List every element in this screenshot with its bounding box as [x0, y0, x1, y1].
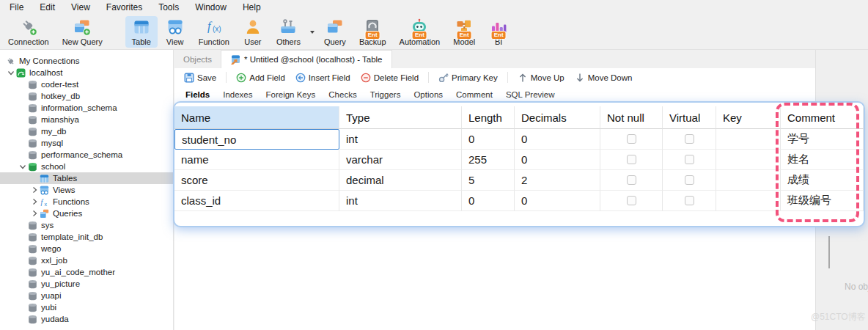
cell-virtual[interactable] [663, 150, 716, 170]
toolbar-button-view[interactable]: View [159, 16, 191, 48]
cell-type[interactable]: varchar [339, 150, 462, 170]
tree-item-yu-picture[interactable]: yu_picture [0, 278, 173, 290]
tab-table-designer[interactable]: * Untitled @school (localhost) - Table [221, 50, 392, 68]
button-insert-field[interactable]: Insert Field [290, 70, 356, 85]
not_null-checkbox[interactable] [627, 155, 636, 164]
tree-item-my-connections[interactable]: My Connections [0, 55, 173, 67]
chevron-right-icon[interactable] [29, 197, 40, 206]
toolbar-button-query[interactable]: Query [318, 16, 352, 48]
toolbar-button-table[interactable]: Table [125, 16, 158, 48]
subtab-comment[interactable]: Comment [449, 89, 499, 100]
cell-key[interactable] [716, 129, 781, 150]
column-header-decimals[interactable]: Decimals [515, 106, 600, 129]
subtab-indexes[interactable]: Indexes [216, 89, 259, 100]
button-save[interactable]: Save [179, 70, 221, 85]
cell-decimals[interactable]: 2 [515, 170, 600, 191]
column-header-name[interactable]: Name [174, 106, 339, 129]
cell-name[interactable]: class_id [174, 191, 339, 211]
cell-decimals[interactable]: 0 [515, 150, 600, 170]
subtab-foreign-keys[interactable]: Foreign Keys [260, 89, 323, 100]
subtab-checks[interactable]: Checks [322, 89, 363, 100]
subtab-options[interactable]: Options [407, 89, 449, 100]
virtual-checkbox[interactable] [685, 196, 694, 205]
tree-item-performance-schema[interactable]: performance_schema [0, 149, 173, 161]
toolbar-button-function[interactable]: f(x)Function [193, 16, 235, 48]
button-move-down[interactable]: Move Down [570, 70, 638, 85]
chevron-right-icon[interactable] [29, 209, 40, 218]
cell-not_null[interactable] [600, 191, 663, 211]
cell-decimals[interactable]: 0 [515, 129, 600, 150]
chevron-down-icon[interactable] [18, 162, 28, 171]
tree-item-views[interactable]: Views [0, 184, 173, 196]
menu-item-tools[interactable]: Tools [150, 1, 187, 14]
chevron-down-icon[interactable] [6, 68, 16, 77]
button-move-up[interactable]: Move Up [512, 70, 570, 85]
subtab-sql-preview[interactable]: SQL Preview [499, 89, 562, 100]
cell-length[interactable]: 5 [462, 170, 515, 191]
toolbar-button-automation[interactable]: EntAutomation [394, 16, 446, 48]
tree-item-tables[interactable]: Tables [0, 172, 173, 184]
column-header-type[interactable]: Type [339, 106, 462, 129]
cell-comment[interactable]: 姓名 [781, 150, 864, 170]
not_null-checkbox[interactable] [627, 175, 636, 185]
cell-name[interactable]: student_no [174, 129, 339, 150]
tree-item-sys[interactable]: sys [0, 219, 173, 231]
cell-not_null[interactable] [600, 170, 663, 191]
virtual-checkbox[interactable] [685, 134, 694, 144]
tree-item-template-init-db[interactable]: template_init_db [0, 231, 173, 243]
virtual-checkbox[interactable] [685, 175, 694, 185]
cell-key[interactable] [716, 150, 781, 170]
column-header-not-null[interactable]: Not null [600, 106, 663, 129]
tree-item-information-schema[interactable]: information_schema [0, 102, 173, 114]
cell-virtual[interactable] [663, 191, 716, 211]
cell-name[interactable]: name [174, 150, 339, 170]
cell-comment[interactable]: 成绩 [781, 170, 864, 191]
cell-name[interactable]: score [174, 170, 339, 191]
menu-item-favorites[interactable]: Favorites [98, 1, 150, 14]
cell-length[interactable]: 0 [462, 191, 515, 211]
cell-not_null[interactable] [600, 129, 663, 150]
tree-item-queries[interactable]: Queries [0, 208, 173, 219]
tree-item-functions[interactable]: fxFunctions [0, 196, 173, 208]
tree-item-yubi[interactable]: yubi [0, 301, 173, 313]
menu-item-file[interactable]: File [1, 1, 32, 14]
tree-item-wego[interactable]: wego [0, 243, 173, 254]
cell-key[interactable] [716, 170, 781, 191]
column-header-comment[interactable]: Comment [781, 106, 864, 129]
tree-item-yudada[interactable]: yudada [0, 313, 173, 325]
tree-item-mianshiya[interactable]: mianshiya [0, 114, 173, 125]
subtab-triggers[interactable]: Triggers [364, 89, 408, 100]
menu-item-window[interactable]: Window [187, 1, 235, 14]
menu-item-edit[interactable]: Edit [32, 1, 63, 14]
not_null-checkbox[interactable] [627, 134, 636, 144]
toolbar-button-new-query[interactable]: New Query [56, 16, 108, 48]
tree-item-localhost[interactable]: localhost [0, 67, 173, 78]
column-header-virtual[interactable]: Virtual [663, 106, 716, 129]
tree-item-hotkey-db[interactable]: hotkey_db [0, 90, 173, 102]
cell-length[interactable]: 255 [462, 150, 515, 170]
cell-type[interactable]: decimal [339, 170, 462, 191]
subtab-fields[interactable]: Fields [179, 89, 216, 100]
menu-item-view[interactable]: View [63, 1, 98, 14]
tree-item-coder-test[interactable]: coder-test [0, 78, 173, 90]
tree-item-yuapi[interactable]: yuapi [0, 290, 173, 301]
toolbar-button-backup[interactable]: EntBackup [353, 16, 392, 48]
cell-type[interactable]: int [339, 129, 462, 150]
button-primary-key[interactable]: Primary Key [433, 70, 503, 85]
tree-item-xxl-job[interactable]: xxl_job [0, 254, 173, 266]
tab-objects[interactable]: Objects [174, 50, 221, 68]
toolbar-button-connection[interactable]: Connection [2, 16, 55, 48]
column-header-key[interactable]: Key [716, 106, 781, 129]
menu-item-help[interactable]: Help [235, 1, 269, 14]
vertical-scrollbar[interactable] [828, 236, 830, 268]
tree-item-school[interactable]: school [0, 161, 173, 172]
toolbar-button-model[interactable]: EntModel [447, 16, 481, 48]
tree-item-mysql[interactable]: mysql [0, 137, 173, 149]
button-add-field[interactable]: Add Field [231, 70, 290, 85]
cell-comment[interactable]: 学号 [781, 129, 864, 150]
cell-virtual[interactable] [663, 129, 716, 150]
cell-length[interactable]: 0 [462, 129, 515, 150]
cell-not_null[interactable] [600, 150, 663, 170]
column-header-length[interactable]: Length [462, 106, 515, 129]
toolbar-button-bi[interactable]: EntBI [482, 16, 515, 48]
